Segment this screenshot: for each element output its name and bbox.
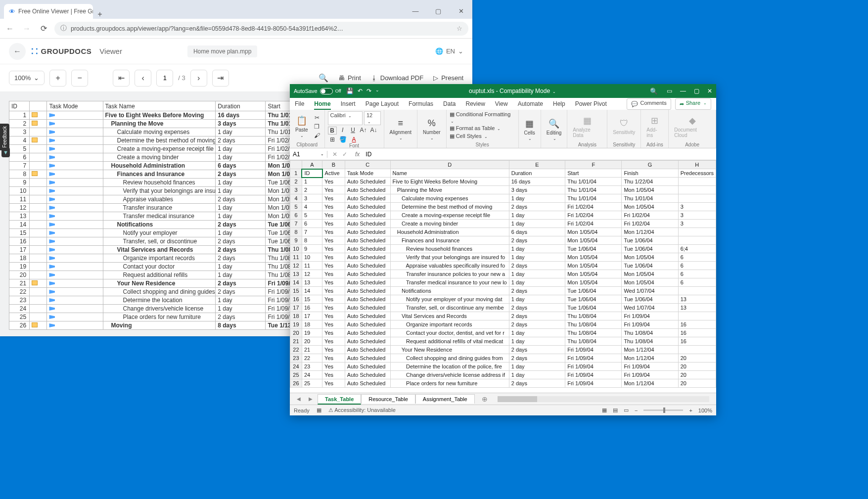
cell[interactable]: 2 days: [509, 236, 565, 245]
cell[interactable]: Task Mode: [345, 169, 390, 178]
cell[interactable]: Mon 1/05/04: [565, 262, 622, 270]
cell[interactable]: 16: [678, 320, 716, 329]
table-row[interactable]: 21YesAuto ScheduledFive to Eight Weeks B…: [290, 178, 716, 186]
cell[interactable]: 15: [302, 295, 322, 304]
table-row[interactable]: 98YesAuto Scheduled Finances and Insuran…: [290, 236, 716, 245]
maximize-button[interactable]: ▢: [694, 88, 699, 94]
cell[interactable]: 13: [678, 295, 716, 304]
cell[interactable]: Vital Services and Records: [390, 312, 509, 320]
cell[interactable]: [678, 186, 716, 194]
copy-icon[interactable]: ❐: [313, 123, 321, 130]
cell[interactable]: Fri 1/09/04: [622, 320, 678, 329]
minimize-button[interactable]: —: [404, 3, 427, 19]
column-header[interactable]: D: [390, 161, 509, 169]
ribbon-tab[interactable]: View: [495, 100, 508, 110]
page-break-icon[interactable]: ▭: [624, 407, 629, 413]
row-header[interactable]: 3: [290, 186, 302, 194]
cell[interactable]: [678, 312, 716, 320]
sheet-tab[interactable]: Task_Table: [318, 394, 361, 405]
cell[interactable]: Auto Scheduled: [345, 194, 390, 203]
table-row[interactable]: 1211YesAuto Scheduled Appraise valuables…: [290, 262, 716, 270]
cell[interactable]: 6: [678, 270, 716, 278]
row-header[interactable]: 23: [290, 354, 302, 363]
cell[interactable]: 6: [302, 220, 322, 228]
cell[interactable]: [678, 287, 716, 295]
macro-icon[interactable]: ▦: [317, 407, 321, 413]
cell[interactable]: Yes: [322, 287, 345, 295]
cell[interactable]: Auto Scheduled: [345, 270, 390, 278]
cell[interactable]: Yes: [322, 363, 345, 371]
sheet-tab[interactable]: Resource_Table: [361, 394, 415, 404]
cell[interactable]: Auto Scheduled: [345, 220, 390, 228]
cell[interactable]: Yes: [322, 194, 345, 203]
row-header[interactable]: 5: [290, 203, 302, 211]
zoom-in-icon[interactable]: +: [689, 408, 692, 413]
cell[interactable]: 20: [302, 337, 322, 346]
cell[interactable]: 12: [302, 270, 322, 278]
cell[interactable]: Auto Scheduled: [345, 186, 390, 194]
ribbon-tab[interactable]: Home: [314, 100, 330, 110]
cell[interactable]: Auto Scheduled: [345, 245, 390, 253]
cell[interactable]: Tue 1/06/04: [565, 295, 622, 304]
close-button[interactable]: ✕: [707, 88, 712, 94]
cell[interactable]: Predecessors: [678, 169, 716, 178]
formula-input[interactable]: ID: [363, 151, 716, 158]
table-row[interactable]: 65YesAuto Scheduled Create a moving-expe…: [290, 211, 716, 220]
table-row[interactable]: 2625YesAuto Scheduled Place orders for n…: [290, 379, 716, 388]
cell[interactable]: [678, 194, 716, 203]
row-header[interactable]: 24: [290, 363, 302, 371]
row-header[interactable]: 8: [290, 228, 302, 236]
undo-icon[interactable]: ↶: [358, 88, 363, 94]
cell[interactable]: 1 day: [509, 278, 565, 287]
cell[interactable]: Fri 1/02/04: [565, 220, 622, 228]
table-row[interactable]: 109YesAuto Scheduled Review household fi…: [290, 245, 716, 253]
cell[interactable]: 1 day: [509, 329, 565, 337]
spreadsheet-grid[interactable]: ABCDEFGH 1IDActiveTask ModeNameDurationS…: [290, 160, 716, 393]
table-row[interactable]: 2423YesAuto Scheduled Determine the loca…: [290, 363, 716, 371]
cell[interactable]: 3 days: [509, 186, 565, 194]
cell[interactable]: 16 days: [509, 178, 565, 186]
cell[interactable]: Fri 1/09/04: [565, 371, 622, 379]
mpp-header[interactable]: [30, 101, 47, 111]
column-header[interactable]: C: [345, 161, 390, 169]
cell[interactable]: 16: [678, 329, 716, 337]
cell[interactable]: Start: [565, 169, 622, 178]
cell[interactable]: [678, 346, 716, 354]
cell[interactable]: Household Administration: [390, 228, 509, 236]
cell[interactable]: Tue 1/06/04: [622, 262, 678, 270]
ribbon-tab[interactable]: Help: [553, 100, 565, 110]
cell[interactable]: Tue 1/06/04: [565, 245, 622, 253]
print-button[interactable]: 🖶Print: [338, 74, 361, 82]
table-row[interactable]: 1817YesAuto Scheduled Vital Services and…: [290, 312, 716, 320]
decrease-font-icon[interactable]: A↓: [369, 127, 378, 135]
cell[interactable]: Yes: [322, 379, 345, 388]
cell[interactable]: Mon 1/12/04: [622, 379, 678, 388]
cell[interactable]: Collect shopping and dining guides from: [390, 354, 509, 363]
cell[interactable]: [678, 178, 716, 186]
cell[interactable]: 1 day: [509, 245, 565, 253]
mpp-header[interactable]: Duration: [216, 101, 266, 111]
ribbon-tab[interactable]: Page Layout: [365, 100, 399, 110]
table-row[interactable]: 32YesAuto Scheduled Planning the Move3 d…: [290, 186, 716, 194]
cell[interactable]: 1 day: [509, 337, 565, 346]
table-row[interactable]: 87YesAuto Scheduled Household Administra…: [290, 228, 716, 236]
bookmark-icon[interactable]: ☆: [457, 25, 462, 32]
cell[interactable]: Thu 1/08/04: [622, 329, 678, 337]
gd-back-button[interactable]: ←: [9, 43, 26, 60]
comments-button[interactable]: 💬 Comments: [627, 98, 671, 110]
fill-color-icon[interactable]: 🪣: [339, 136, 348, 143]
cell[interactable]: 2: [302, 186, 322, 194]
zoom-slider[interactable]: [643, 409, 683, 411]
cell[interactable]: Place orders for new furniture: [390, 379, 509, 388]
name-box[interactable]: A1⌄: [290, 151, 327, 158]
cell[interactable]: Auto Scheduled: [345, 346, 390, 354]
cell[interactable]: Thu 1/08/04: [565, 337, 622, 346]
row-header[interactable]: 25: [290, 371, 302, 379]
row-header[interactable]: 10: [290, 245, 302, 253]
underline-button[interactable]: U: [349, 127, 358, 135]
column-header[interactable]: A: [302, 161, 322, 169]
cell[interactable]: Mon 1/05/04: [622, 253, 678, 262]
table-row[interactable]: 1312YesAuto Scheduled Transfer insurance…: [290, 270, 716, 278]
cell[interactable]: 4: [302, 203, 322, 211]
table-row[interactable]: 2221YesAuto Scheduled Your New Residence…: [290, 346, 716, 354]
